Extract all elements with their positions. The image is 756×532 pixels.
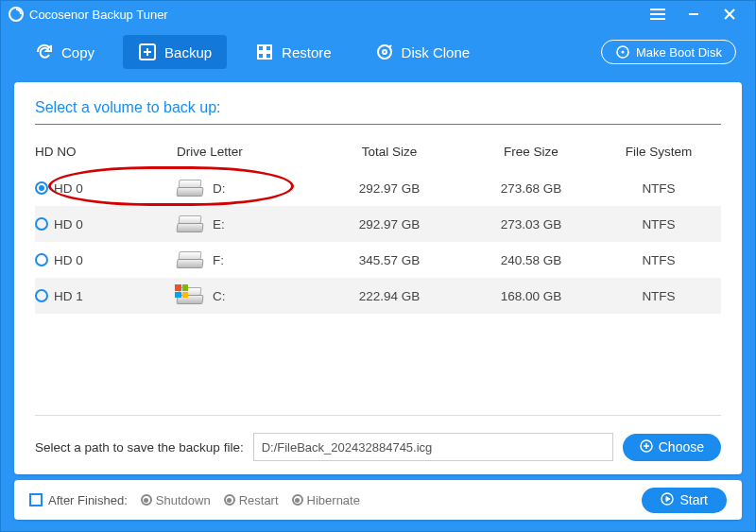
copy-tab[interactable]: Copy xyxy=(20,35,110,69)
choose-button[interactable]: Choose xyxy=(623,434,721,461)
drive-letter: F: xyxy=(213,253,224,267)
col-hdno: HD NO xyxy=(35,145,177,159)
copy-icon xyxy=(35,43,54,61)
free-size: 273.03 GB xyxy=(460,217,602,232)
svg-rect-11 xyxy=(266,45,271,51)
total-size: 292.97 GB xyxy=(318,181,460,196)
path-label: Select a path to save the backup file: xyxy=(35,440,244,455)
windows-badge-icon xyxy=(175,284,188,298)
volume-table-header: HD NO Drive Letter Total Size Free Size … xyxy=(35,132,721,170)
drive-icon xyxy=(177,251,203,268)
free-size: 273.68 GB xyxy=(460,181,602,196)
volume-table-body: HD 0 D: 292.97 GB 273.68 GB NTFS HD 0 xyxy=(35,170,721,314)
app-title: Cocosenor Backup Tuner xyxy=(29,8,168,22)
svg-rect-12 xyxy=(258,53,264,59)
svg-point-15 xyxy=(383,50,387,54)
free-size: 168.00 GB xyxy=(460,289,602,303)
hdno-value: HD 0 xyxy=(54,181,83,196)
restart-radio[interactable] xyxy=(224,494,235,506)
make-boot-disk-button[interactable]: Make Boot Disk xyxy=(601,40,736,64)
svg-point-14 xyxy=(378,45,391,59)
backup-label: Backup xyxy=(164,44,212,60)
drive-letter: C: xyxy=(213,289,226,303)
volume-radio[interactable] xyxy=(35,253,48,266)
filesystem: NTFS xyxy=(602,289,715,303)
menu-button[interactable] xyxy=(640,1,676,27)
restart-label: Restart xyxy=(239,493,279,507)
diskclone-tab[interactable]: Disk Clone xyxy=(360,35,486,69)
bottom-bar: After Finished: Shutdown Restart Hiberna… xyxy=(14,480,742,520)
col-drive: Drive Letter xyxy=(177,145,318,159)
backup-path-row: Select a path to save the backup file: C… xyxy=(35,415,721,461)
volume-radio[interactable] xyxy=(35,181,48,195)
start-label: Start xyxy=(679,492,708,507)
restore-icon xyxy=(255,43,274,61)
free-size: 240.58 GB xyxy=(460,253,602,267)
col-free: Free Size xyxy=(460,145,602,159)
backup-icon xyxy=(138,43,157,61)
after-option-shutdown[interactable]: Shutdown xyxy=(141,493,211,507)
drive-icon-windows xyxy=(177,287,203,304)
diskclone-label: Disk Clone xyxy=(402,44,471,60)
plus-icon xyxy=(640,439,653,455)
hdno-value: HD 0 xyxy=(54,217,83,232)
diskclone-icon xyxy=(375,43,394,61)
close-button[interactable] xyxy=(712,1,747,27)
col-total: Total Size xyxy=(318,145,460,159)
start-button[interactable]: Start xyxy=(642,488,727,513)
backup-path-input[interactable] xyxy=(253,433,613,461)
hdno-value: HD 1 xyxy=(54,289,83,303)
shutdown-label: Shutdown xyxy=(156,493,211,507)
volume-radio[interactable] xyxy=(35,289,48,302)
total-size: 345.57 GB xyxy=(318,253,460,267)
copy-label: Copy xyxy=(61,44,94,60)
after-finished-checkbox[interactable] xyxy=(29,493,43,506)
bootdisk-icon xyxy=(615,44,630,60)
panel-title: Select a volume to back up: xyxy=(35,99,721,125)
filesystem: NTFS xyxy=(602,253,715,267)
total-size: 222.94 GB xyxy=(318,289,460,303)
choose-label: Choose xyxy=(659,439,704,455)
col-fs: File System xyxy=(602,145,715,159)
svg-rect-13 xyxy=(266,53,271,59)
drive-letter: E: xyxy=(213,217,225,232)
hdno-value: HD 0 xyxy=(54,253,83,267)
volume-row[interactable]: HD 0 E: 292.97 GB 273.03 GB NTFS xyxy=(35,206,721,242)
hibernate-label: Hibernate xyxy=(307,493,360,507)
shutdown-radio[interactable] xyxy=(141,494,152,506)
volume-row[interactable]: HD 0 F: 345.57 GB 240.58 GB NTFS xyxy=(35,242,721,278)
volume-row[interactable]: HD 0 D: 292.97 GB 273.68 GB NTFS xyxy=(35,170,721,206)
svg-marker-22 xyxy=(666,496,670,501)
filesystem: NTFS xyxy=(602,181,715,196)
app-logo-icon xyxy=(9,7,24,22)
play-icon xyxy=(661,492,674,508)
after-finished-label: After Finished: xyxy=(48,493,128,507)
titlebar: Cocosenor Backup Tuner xyxy=(1,1,755,27)
volume-row[interactable]: HD 1 C: 222.94 GB 168.00 GB NTFS xyxy=(35,278,721,314)
main-toolbar: Copy Backup Restore Disk Clone Make Boo xyxy=(1,27,755,77)
volume-radio[interactable] xyxy=(35,217,48,231)
backup-tab[interactable]: Backup xyxy=(123,35,227,69)
restore-tab[interactable]: Restore xyxy=(240,35,347,69)
after-option-hibernate[interactable]: Hibernate xyxy=(292,493,360,507)
svg-rect-10 xyxy=(258,45,264,51)
after-option-restart[interactable]: Restart xyxy=(224,493,279,507)
drive-icon xyxy=(177,180,203,197)
drive-icon xyxy=(177,215,203,232)
total-size: 292.97 GB xyxy=(318,217,460,232)
app-window: Cocosenor Backup Tuner Copy Backup xyxy=(0,0,756,532)
main-panel: Select a volume to back up: HD NO Drive … xyxy=(14,82,742,474)
filesystem: NTFS xyxy=(602,217,715,232)
hibernate-radio[interactable] xyxy=(292,494,303,506)
svg-point-17 xyxy=(621,51,624,54)
minimize-button[interactable] xyxy=(676,1,712,27)
drive-letter: D: xyxy=(213,181,226,196)
restore-label: Restore xyxy=(282,44,332,60)
bootdisk-label: Make Boot Disk xyxy=(636,45,722,60)
